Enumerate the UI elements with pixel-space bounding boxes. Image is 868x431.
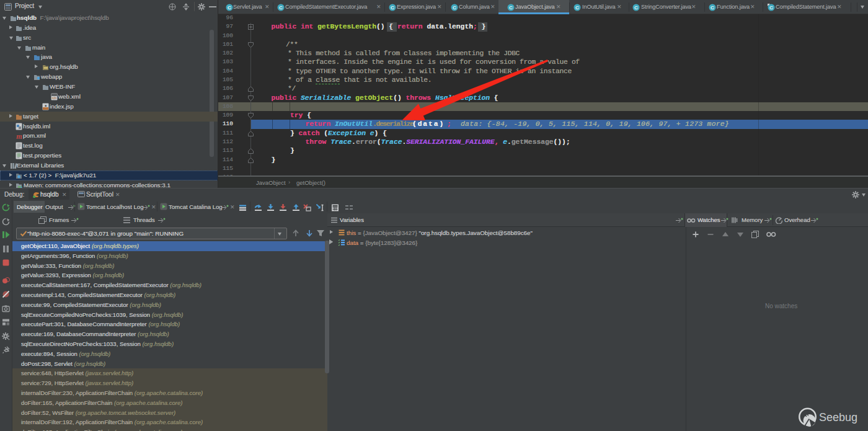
svg-text:C: C: [509, 5, 513, 11]
svg-text:C: C: [453, 5, 456, 11]
svg-text:C: C: [575, 5, 579, 11]
svg-text:C: C: [228, 5, 231, 11]
svg-text:</>: </>: [52, 96, 57, 100]
svg-text:C: C: [634, 5, 638, 11]
svg-text:C: C: [391, 5, 394, 11]
svg-text:m: m: [16, 132, 22, 140]
svg-text:C: C: [769, 5, 773, 11]
svg-text:C: C: [279, 5, 283, 11]
svg-text:C: C: [711, 5, 714, 11]
svg-text:■: ■: [45, 104, 46, 107]
